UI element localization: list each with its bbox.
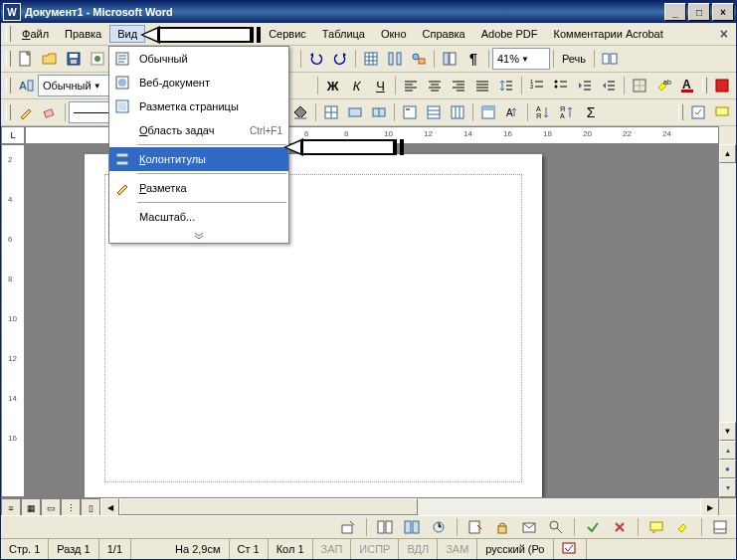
browse-object-button[interactable]: ● bbox=[719, 460, 736, 478]
insert-table-icon-2[interactable] bbox=[320, 101, 342, 123]
decrease-indent-icon[interactable] bbox=[574, 75, 596, 96]
columns-icon[interactable] bbox=[384, 48, 406, 70]
new-comment-icon[interactable] bbox=[645, 516, 667, 538]
align-right-icon[interactable] bbox=[448, 75, 469, 96]
menu-table[interactable]: Таблица bbox=[314, 25, 373, 43]
status-trk[interactable]: ИСПР bbox=[351, 539, 399, 559]
underline-icon[interactable]: Ч bbox=[369, 75, 391, 96]
maximize-button[interactable]: □ bbox=[688, 3, 710, 21]
insert-table-icon[interactable] bbox=[360, 48, 382, 70]
autoformat-icon[interactable] bbox=[477, 101, 499, 123]
menu-tools[interactable]: Сервис bbox=[261, 25, 314, 43]
distribute-rows-icon[interactable] bbox=[423, 101, 445, 123]
reject-change-icon[interactable] bbox=[609, 516, 631, 538]
menu-expand-chevron[interactable] bbox=[109, 229, 288, 243]
numbering-icon[interactable]: 12 bbox=[526, 75, 548, 96]
track-changes-icon[interactable] bbox=[464, 516, 486, 538]
close-button[interactable]: × bbox=[712, 3, 734, 21]
merge-cells-icon[interactable] bbox=[344, 101, 366, 123]
sort-asc-icon[interactable]: АЯ bbox=[532, 101, 554, 123]
align-center-icon[interactable] bbox=[424, 75, 446, 96]
split-cells-icon[interactable] bbox=[368, 101, 390, 123]
speech-button[interactable]: Речь bbox=[558, 48, 590, 70]
increase-indent-icon[interactable] bbox=[598, 75, 620, 96]
menu-acrobat-comments[interactable]: Комментарии Acrobat bbox=[546, 25, 671, 43]
scroll-up-button[interactable]: ▲ bbox=[719, 144, 736, 163]
text-direction-icon[interactable]: A bbox=[501, 101, 523, 123]
menu-edit[interactable]: Правка bbox=[57, 25, 109, 43]
compare-side-icon[interactable] bbox=[374, 516, 396, 538]
h-scroll-track[interactable] bbox=[119, 498, 700, 515]
select-objects-icon[interactable] bbox=[337, 516, 359, 538]
borders-icon[interactable] bbox=[629, 75, 650, 96]
undo-icon[interactable] bbox=[305, 48, 327, 70]
h-scroll-thumb[interactable] bbox=[119, 498, 418, 515]
vertical-ruler[interactable]: 246810121416 bbox=[1, 144, 25, 497]
pdf-review-icon[interactable] bbox=[687, 101, 709, 123]
grip-handle[interactable] bbox=[6, 26, 11, 42]
accept-change-icon[interactable] bbox=[582, 516, 604, 538]
status-ovr[interactable]: ЗАМ bbox=[438, 539, 477, 559]
scroll-down-button[interactable]: ▼ bbox=[719, 422, 736, 441]
bold-icon[interactable]: Ж bbox=[322, 75, 344, 96]
grip-handle[interactable] bbox=[6, 51, 11, 67]
doc-close-button[interactable]: × bbox=[714, 26, 734, 42]
read-icon[interactable] bbox=[599, 48, 621, 70]
align-left-icon[interactable] bbox=[400, 75, 422, 96]
sort-desc-icon[interactable]: ЯА bbox=[556, 101, 578, 123]
bullets-icon[interactable] bbox=[550, 75, 572, 96]
distribute-cols-icon[interactable] bbox=[447, 101, 468, 123]
menu-window[interactable]: Окно bbox=[373, 25, 415, 43]
show-marks-icon[interactable]: ¶ bbox=[462, 48, 484, 70]
draw-table-icon[interactable] bbox=[15, 101, 37, 123]
italic-icon[interactable]: К bbox=[346, 75, 368, 96]
menu-adobe-pdf[interactable]: Adobe PDF bbox=[473, 25, 546, 43]
doc-map-icon[interactable] bbox=[439, 48, 461, 70]
menu-item-обычный[interactable]: Обычный bbox=[109, 47, 288, 71]
pdf-comment-icon[interactable] bbox=[711, 101, 733, 123]
find-icon[interactable] bbox=[545, 516, 567, 538]
menu-item-колонтитулы[interactable]: Колонтитулы bbox=[109, 147, 288, 171]
highlight-tool-icon[interactable] bbox=[672, 516, 694, 538]
menu-item-масштаб-[interactable]: Масштаб... bbox=[109, 205, 288, 229]
browse-next-button[interactable]: ▾ bbox=[719, 478, 736, 497]
pdf-maker-icon[interactable] bbox=[711, 75, 733, 96]
grip-handle[interactable] bbox=[6, 104, 11, 120]
reviewing-pane-icon[interactable] bbox=[709, 516, 731, 538]
grip-handle[interactable] bbox=[6, 78, 11, 93]
shading-color-icon[interactable] bbox=[289, 101, 311, 123]
align-justify-icon[interactable] bbox=[471, 75, 493, 96]
font-color-icon[interactable]: A bbox=[676, 75, 698, 96]
line-spacing-icon[interactable] bbox=[495, 75, 517, 96]
styles-pane-icon[interactable]: А bbox=[15, 75, 37, 96]
permission-icon[interactable] bbox=[87, 48, 108, 70]
protect-icon[interactable] bbox=[491, 516, 513, 538]
status-ext[interactable]: ВДЛ bbox=[399, 539, 438, 559]
scroll-track[interactable] bbox=[719, 163, 736, 422]
save-icon[interactable] bbox=[63, 48, 85, 70]
open-icon[interactable] bbox=[39, 48, 61, 70]
envelope-icon[interactable] bbox=[518, 516, 540, 538]
sync-scroll-icon[interactable] bbox=[401, 516, 423, 538]
highlight-icon[interactable]: ab bbox=[652, 75, 674, 96]
minimize-button[interactable]: _ bbox=[664, 3, 686, 21]
menu-item-веб-документ[interactable]: Веб-документ bbox=[109, 71, 288, 94]
vertical-scrollbar[interactable]: ▲ ▼ ▴ ● ▾ bbox=[718, 144, 736, 497]
menu-help[interactable]: Справка bbox=[415, 25, 473, 43]
zoom-combo[interactable]: 41%▼ bbox=[492, 48, 550, 70]
grip-handle[interactable] bbox=[678, 104, 683, 120]
reset-window-icon[interactable] bbox=[428, 516, 450, 538]
status-rec[interactable]: ЗАП bbox=[313, 539, 352, 559]
eraser-icon[interactable] bbox=[39, 101, 61, 123]
menu-item-разметка-страницы[interactable]: Разметка страницы bbox=[109, 94, 288, 118]
new-doc-icon[interactable] bbox=[15, 48, 37, 70]
drawing-icon[interactable] bbox=[408, 48, 430, 70]
browse-prev-button[interactable]: ▴ bbox=[719, 441, 736, 460]
align-cell-icon[interactable] bbox=[399, 101, 421, 123]
menu-item-область-задач[interactable]: Область задачCtrl+F1 bbox=[109, 118, 288, 142]
status-spellcheck-icon[interactable] bbox=[554, 539, 587, 559]
redo-icon[interactable] bbox=[329, 48, 351, 70]
status-lang[interactable]: русский (Ро bbox=[477, 539, 553, 559]
autosum-icon[interactable]: Σ bbox=[580, 101, 602, 123]
menu-item-разметка[interactable]: Разметка bbox=[109, 176, 288, 200]
